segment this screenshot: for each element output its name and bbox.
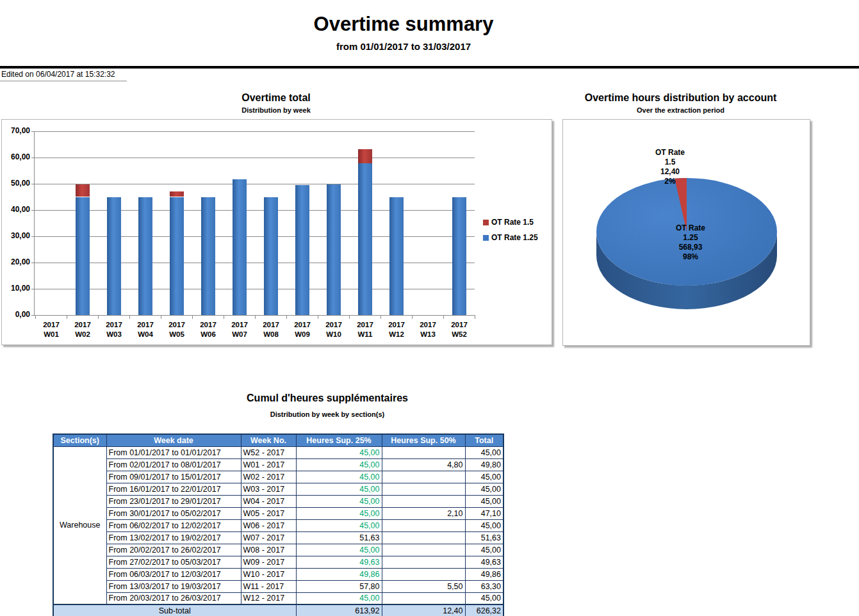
x-axis-label: 2017 W04 bbox=[130, 320, 161, 339]
y-axis-label: 30,00 bbox=[2, 231, 30, 240]
legend-swatch-ot125 bbox=[483, 235, 489, 241]
legend-item: OT Rate 1.25 bbox=[483, 233, 538, 242]
bar-chart-panel: 0,0010,0020,0030,0040,0050,0060,0070,002… bbox=[1, 119, 552, 345]
x-axis-label: 2017 W02 bbox=[67, 320, 98, 339]
heures-sup-50-cell bbox=[382, 446, 465, 458]
heures-sup-50-cell bbox=[382, 544, 465, 556]
table-subtitle: Distribution by week by section(s) bbox=[0, 410, 655, 418]
y-axis-line bbox=[34, 131, 35, 316]
total-cell: 45,00 bbox=[465, 592, 503, 604]
heures-sup-25-cell: 45,00 bbox=[296, 519, 382, 531]
x-axis-tick bbox=[161, 315, 161, 319]
x-axis-tick bbox=[67, 315, 67, 319]
week-date-cell: From 20/03/2017 to 26/03/2017 bbox=[106, 592, 241, 604]
week-date-cell: From 27/02/2017 to 05/03/2017 bbox=[106, 556, 241, 568]
y-axis-label: 10,00 bbox=[2, 284, 30, 293]
section-cell: Warehouse bbox=[53, 446, 106, 604]
x-axis-label: 2017 W12 bbox=[381, 320, 412, 339]
table-row: From 20/02/2017 to 26/02/2017W08 - 20174… bbox=[53, 544, 503, 556]
total-cell: 49,80 bbox=[465, 458, 503, 471]
week-no-cell: W07 - 2017 bbox=[241, 531, 296, 544]
gridline bbox=[34, 289, 475, 289]
pie-chart-subtitle: Over the extraction period bbox=[557, 106, 804, 114]
heures-sup-25-cell: 49,86 bbox=[296, 568, 382, 580]
legend-swatch-ot15 bbox=[483, 220, 489, 225]
x-axis-tick bbox=[192, 315, 193, 319]
table-header-cell: Total bbox=[465, 434, 503, 446]
legend-item: OT Rate 1.5 bbox=[483, 218, 534, 227]
edited-note: Edited on 06/04/2017 at 15:32:32 bbox=[0, 69, 127, 81]
gridline bbox=[34, 131, 475, 132]
table-row: From 20/03/2017 to 26/03/2017W12 - 20174… bbox=[53, 592, 503, 604]
bar-segment-w02-s1 bbox=[76, 197, 90, 316]
x-axis-tick bbox=[286, 315, 287, 319]
week-no-cell: W12 - 2017 bbox=[241, 592, 296, 604]
gridline bbox=[34, 263, 475, 263]
subtotal-heures-sup-50: 12,40 bbox=[382, 604, 465, 616]
heures-sup-50-cell bbox=[382, 568, 465, 580]
gridline bbox=[34, 236, 475, 237]
legend-label: OT Rate 1.5 bbox=[491, 218, 534, 227]
heures-sup-25-cell: 57,80 bbox=[296, 580, 382, 592]
week-no-cell: W52 - 2017 bbox=[241, 446, 296, 458]
pie-chart-title: Overtime hours distribution by account bbox=[557, 92, 804, 104]
total-cell: 45,00 bbox=[465, 519, 503, 531]
header-rule bbox=[0, 66, 859, 69]
pie-label-line: OT Rate bbox=[628, 148, 712, 158]
heures-sup-50-cell: 5,50 bbox=[382, 580, 465, 592]
report-page: Overtime summary from 01/01/2017 to 31/0… bbox=[0, 0, 859, 616]
week-date-cell: From 02/01/2017 to 08/01/2017 bbox=[106, 458, 241, 471]
table-row: From 02/01/2017 to 08/01/2017W01 - 20174… bbox=[53, 458, 503, 471]
table-row: From 27/02/2017 to 05/03/2017W09 - 20174… bbox=[53, 556, 503, 568]
table-row: WarehouseFrom 01/01/2017 to 01/01/2017W5… bbox=[53, 446, 503, 458]
table-header-row: Section(s)Week dateWeek No.Heures Sup. 2… bbox=[53, 434, 503, 446]
table-row: From 09/01/2017 to 15/01/2017W02 - 20174… bbox=[53, 471, 503, 483]
table-header-cell: Section(s) bbox=[53, 434, 106, 446]
heures-sup-25-cell: 45,00 bbox=[296, 471, 382, 483]
week-no-cell: W04 - 2017 bbox=[241, 495, 296, 507]
x-axis-label: 2017 W05 bbox=[161, 320, 192, 339]
week-no-cell: W11 - 2017 bbox=[241, 580, 296, 592]
bar-segment-w03-s1 bbox=[107, 197, 121, 316]
x-axis-label: 2017 W06 bbox=[193, 320, 224, 339]
subtotal-total: 626,32 bbox=[465, 604, 503, 616]
x-axis-tick bbox=[224, 315, 224, 319]
heures-sup-25-cell: 45,00 bbox=[296, 458, 382, 471]
table-row: From 30/01/2017 to 05/02/2017W05 - 20174… bbox=[53, 507, 503, 519]
bar-segment-w11-s0 bbox=[358, 149, 372, 164]
gridline bbox=[34, 184, 475, 184]
week-date-cell: From 01/01/2017 to 01/01/2017 bbox=[106, 446, 241, 458]
bar-segment-w06-s1 bbox=[201, 197, 215, 316]
bar-segment-w05-s1 bbox=[170, 197, 184, 316]
pie-label-line: 98% bbox=[649, 252, 732, 262]
total-cell: 51,63 bbox=[465, 531, 503, 544]
gridline bbox=[34, 315, 475, 316]
bar-segment-w08-s1 bbox=[264, 197, 278, 316]
x-axis-tick bbox=[255, 315, 256, 319]
gridline bbox=[34, 158, 475, 158]
x-axis-tick bbox=[475, 315, 475, 319]
week-date-cell: From 06/03/2017 to 12/03/2017 bbox=[106, 568, 241, 580]
x-axis-tick bbox=[129, 315, 130, 319]
heures-sup-25-cell: 51,63 bbox=[296, 531, 382, 544]
bar-chart-subtitle: Distribution by week bbox=[1, 106, 551, 114]
pie-chart-panel: OT Rate1.512,402% OT Rate1.25568,9398% bbox=[562, 119, 810, 346]
heures-sup-50-cell bbox=[382, 531, 465, 544]
pie-label-ot15: OT Rate1.512,402% bbox=[628, 148, 712, 186]
bar-segment-w02-s0 bbox=[76, 184, 90, 197]
week-date-cell: From 16/01/2017 to 22/01/2017 bbox=[106, 483, 241, 495]
table-row: From 13/02/2017 to 19/02/2017W07 - 20175… bbox=[53, 531, 503, 544]
total-cell: 45,00 bbox=[465, 483, 503, 495]
x-axis-tick bbox=[380, 315, 381, 319]
pie-label-line: OT Rate bbox=[649, 223, 732, 233]
x-axis-label: 2017 W10 bbox=[318, 320, 349, 339]
week-no-cell: W02 - 2017 bbox=[241, 471, 296, 483]
y-axis-label: 50,00 bbox=[2, 179, 30, 188]
x-axis-label: 2017 W11 bbox=[350, 320, 380, 339]
heures-sup-50-cell bbox=[382, 471, 465, 483]
heures-sup-50-cell bbox=[382, 556, 465, 568]
x-axis-tick bbox=[318, 315, 318, 319]
heures-sup-50-cell bbox=[382, 592, 465, 604]
heures-sup-50-cell: 4,80 bbox=[382, 458, 465, 471]
total-cell: 63,30 bbox=[465, 580, 503, 592]
